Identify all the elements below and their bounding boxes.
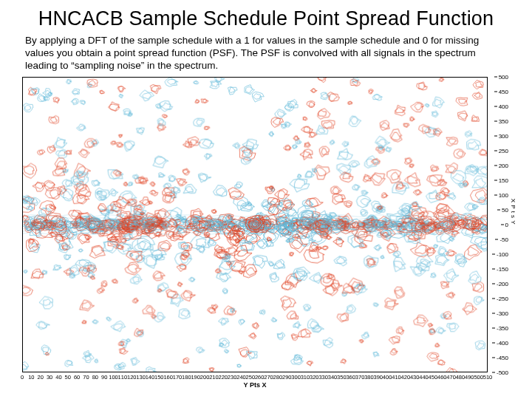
x-tick: 60 [74,374,80,381]
x-tick: 220 [218,374,228,381]
x-tick: 90 [101,374,107,381]
y-tick: -50 [499,236,508,242]
x-tick: 240 [236,374,246,381]
x-tick: 110 [118,374,128,381]
x-tick: 490 [465,374,474,381]
x-tick: 50 [65,374,71,381]
y-tick: 50 [502,206,508,213]
x-tick: 260 [255,374,265,381]
x-tick: 190 [191,374,200,381]
x-tick: 150 [154,374,164,381]
x-tick: 330 [318,374,328,381]
x-tick: 140 [146,374,155,381]
x-tick: 500 [474,374,483,381]
x-axis-label: Y Pts X [244,381,267,389]
y-tick: -400 [497,339,508,346]
x-tick: 70 [83,374,89,381]
y-tick: 500 [499,73,508,80]
slide: HNCACB Sample Schedule Point Spread Func… [0,0,532,399]
x-tick: 250 [246,374,256,381]
y-axis: X P t s Y -500-450-400-350-300-250-200-1… [489,77,510,372]
y-tick: -150 [497,265,508,272]
y-axis-label: X P t s Y [510,198,516,224]
page-title: HNCACB Sample Schedule Point Spread Func… [22,7,510,30]
x-tick: 280 [273,374,283,381]
y-tick: -250 [497,295,508,301]
x-tick: 380 [364,374,374,381]
x-tick: 360 [346,374,355,381]
plot-area [22,77,488,372]
x-tick: 310 [301,374,310,381]
x-tick: 420 [401,374,411,381]
x-tick: 430 [410,374,420,381]
x-tick: 410 [392,374,401,381]
x-tick: 130 [136,374,146,381]
x-tick: 210 [209,374,219,381]
x-tick: 10 [28,374,34,381]
x-axis: Y Pts X 01020304050607080901001101201301… [22,372,488,387]
y-tick: -350 [497,324,508,331]
x-tick: 320 [310,374,319,381]
y-tick: 200 [499,162,508,168]
x-tick: 120 [127,374,137,381]
x-tick: 180 [182,374,191,381]
x-tick: 100 [109,374,118,381]
x-tick: 230 [228,374,237,381]
x-tick: 470 [446,374,456,381]
x-tick: 40 [55,374,61,381]
y-tick: 0 [505,221,508,228]
y-tick: -100 [497,250,508,257]
x-tick: 160 [163,374,173,381]
y-tick: 350 [499,117,508,124]
x-tick: 400 [383,374,392,381]
description-text: By applying a DFT of the sample schedule… [25,35,507,72]
x-tick: 30 [47,374,52,381]
y-tick: -200 [497,280,508,287]
y-tick: 450 [499,88,508,95]
x-tick: 20 [38,374,44,381]
y-tick: -300 [497,310,508,316]
x-tick: 460 [437,374,447,381]
y-tick: 150 [499,177,508,183]
x-tick: 0 [21,374,24,381]
x-tick: 300 [291,374,301,381]
x-tick: 270 [264,374,273,381]
x-tick: 440 [419,374,429,381]
x-tick: 290 [282,374,292,381]
x-tick: 80 [92,374,98,381]
x-tick: 340 [328,374,338,381]
y-tick: 100 [499,191,508,198]
x-tick: 370 [355,374,365,381]
x-tick: 450 [429,374,438,381]
psf-plot: X P t s Y -500-450-400-350-300-250-200-1… [22,77,510,387]
x-tick: 170 [173,374,183,381]
x-tick: 480 [456,374,466,381]
x-tick: 390 [373,374,383,381]
x-tick: 200 [200,374,210,381]
psf-contour-canvas [23,78,487,372]
x-tick: 510 [483,374,493,381]
y-tick: 400 [499,103,508,109]
x-tick: 350 [337,374,347,381]
y-tick: -500 [497,369,508,375]
y-tick: 300 [499,132,508,139]
y-tick: 250 [499,147,508,154]
y-tick: -450 [497,354,508,361]
